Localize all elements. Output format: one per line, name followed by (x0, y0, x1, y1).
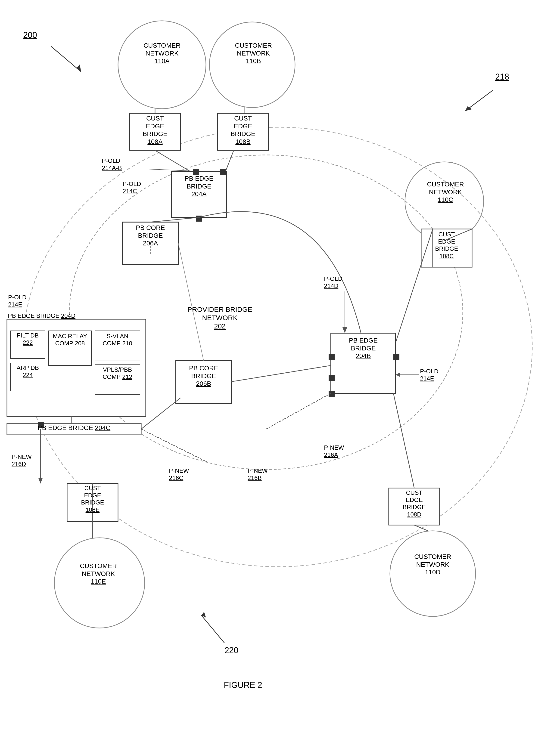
customer-network-110C: CUSTOMER NETWORK 110C (421, 181, 470, 204)
svg-line-35 (150, 218, 199, 222)
svg-line-40 (141, 398, 180, 429)
svg-rect-24 (220, 169, 226, 175)
p-old-214C: P-OLD 214C (123, 181, 141, 195)
svg-line-53 (201, 615, 224, 643)
pb-edge-bridge-204C: PB EDGE BRIDGE 204C (9, 424, 139, 432)
customer-network-110A: CUSTOMER NETWORK 110A (137, 42, 187, 65)
p-old-214E-right: P-OLD 214E (420, 368, 438, 382)
svg-marker-54 (201, 612, 206, 618)
pb-core-bridge-206A: PB CORE BRIDGE 206A (123, 224, 178, 247)
p-old-214E-left: P-OLD 214E (8, 294, 26, 308)
p-new-216B: P-NEW 216B (248, 467, 268, 481)
ref-220: 220 (224, 645, 238, 655)
svg-line-41 (141, 429, 208, 462)
customer-network-110D: CUSTOMER NETWORK 110D (407, 553, 458, 576)
pb-edge-bridge-204A: PB EDGE BRIDGE 204A (171, 175, 227, 198)
mac-relay-comp-208: MAC RELAY COMP 208 (49, 333, 91, 347)
cust-edge-bridge-108E: CUST EDGE BRIDGE 108E (67, 484, 118, 513)
svg-line-43 (393, 393, 414, 488)
svg-line-38 (231, 365, 331, 381)
vpls-pbb-comp-212: VPLS/PBB COMP 212 (95, 366, 140, 380)
p-old-214D: P-OLD 214D (324, 275, 342, 290)
filt-db-222: FILT DB 222 (10, 332, 45, 346)
svg-marker-56 (342, 327, 347, 333)
p-old-214AB: P-OLD 214A-B (102, 157, 122, 172)
provider-bridge-network-202: PROVIDER BRIDGE NETWORK 202 (171, 305, 268, 330)
svg-line-37 (178, 243, 204, 361)
svg-line-49 (51, 46, 81, 72)
svg-marker-52 (465, 106, 472, 111)
svg-line-42 (266, 393, 331, 429)
customer-network-110B: CUSTOMER NETWORK 110B (228, 42, 279, 65)
s-vlan-comp-210: S-VLAN COMP 210 (95, 333, 140, 347)
arp-db-224: ARP DB 224 (10, 364, 45, 378)
p-new-216C: P-NEW 216C (169, 467, 189, 481)
svg-rect-27 (329, 375, 335, 381)
svg-line-34 (226, 150, 234, 171)
cust-edge-bridge-108B: CUST EDGE BRIDGE 108B (218, 115, 268, 146)
cust-edge-bridge-108C: CUST EDGE BRIDGE 108C (421, 231, 472, 260)
svg-line-33 (155, 150, 190, 171)
p-new-216D: P-NEW 216D (12, 453, 32, 468)
ref-200: 200 (23, 30, 37, 40)
svg-marker-58 (396, 372, 400, 377)
diagram-container: 200 218 220 CUSTOMER NETWORK 110A CUSTOM… (0, 0, 560, 730)
pb-edge-bridge-204B: PB EDGE BRIDGE 204B (331, 337, 396, 360)
cust-edge-bridge-108A: CUST EDGE BRIDGE 108A (130, 115, 180, 146)
customer-network-110E: CUSTOMER NETWORK 110E (72, 562, 125, 585)
cust-edge-bridge-108D: CUST EDGE BRIDGE 108D (389, 489, 440, 518)
pb-edge-bridge-204D-label: PB EDGE BRIDGE 204D (7, 312, 76, 320)
pb-core-bridge-206B: PB CORE BRIDGE 206B (176, 364, 231, 388)
ref-218: 218 (495, 72, 509, 82)
figure-2: FIGURE 2 (208, 680, 278, 690)
svg-marker-63 (38, 478, 43, 483)
svg-marker-50 (76, 64, 81, 72)
p-new-216A: P-NEW 216A (324, 444, 344, 458)
svg-rect-23 (193, 169, 199, 175)
diagram-svg (0, 0, 560, 730)
